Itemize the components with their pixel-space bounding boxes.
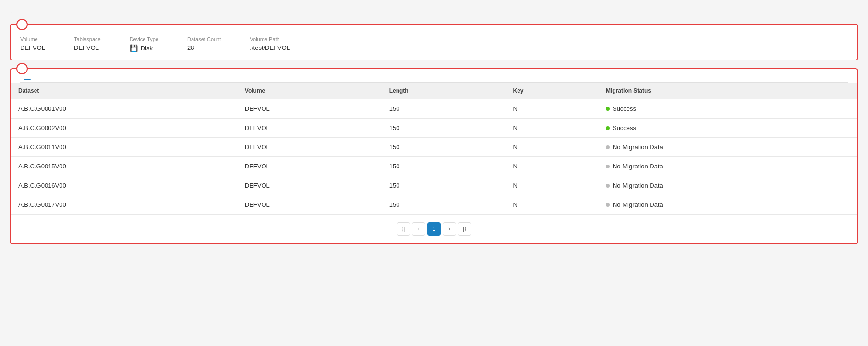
cell-key: N <box>506 119 598 138</box>
table-row: A.B.C.G0002V00DEFVOL150NSuccess <box>11 119 857 138</box>
cell-dataset: A.B.C.G0001V00 <box>11 99 237 119</box>
table-body: A.B.C.G0001V00DEFVOL150NSuccessA.B.C.G00… <box>11 99 857 215</box>
page-header: ← <box>10 8 858 16</box>
table-row: A.B.C.G0016V00DEFVOL150NNo Migration Dat… <box>11 176 857 195</box>
info-item-dataset-count: Dataset Count28 <box>187 36 221 52</box>
info-item-tablespace: TablespaceDEFVOL <box>74 36 101 52</box>
cell-length: 150 <box>382 138 506 157</box>
pagination: ⟨| ‹ 1 › |⟩ <box>11 214 857 243</box>
cell-dataset: A.B.C.G0016V00 <box>11 176 237 195</box>
cell-migration-status: Success <box>598 99 857 119</box>
table-row: A.B.C.G0017V00DEFVOL150NNo Migration Dat… <box>11 195 857 215</box>
info-value: 💾Disk <box>130 44 158 52</box>
info-value: ./test/DEFVOL <box>250 44 290 51</box>
volume-info-fields: VolumeDEFVOLTablespaceDEFVOLDevice Type💾… <box>20 33 848 52</box>
section-number-2 <box>16 63 28 74</box>
status-text: Success <box>613 105 636 112</box>
info-label: Dataset Count <box>187 36 221 42</box>
cell-migration-status: Success <box>598 119 857 138</box>
info-value: DEFVOL <box>74 44 101 51</box>
col-migration-status: Migration Status <box>598 83 857 99</box>
cell-dataset: A.B.C.G0002V00 <box>11 119 237 138</box>
tab-row <box>20 77 848 83</box>
cell-volume: DEFVOL <box>237 195 382 215</box>
cell-dataset: A.B.C.G0015V00 <box>11 157 237 176</box>
pagination-prev[interactable]: ‹ <box>412 222 425 236</box>
info-item-volume-path: Volume Path./test/DEFVOL <box>250 36 290 52</box>
dataset-section: Dataset Volume Length Key Migration Stat… <box>10 68 858 244</box>
table-header-row: Dataset Volume Length Key Migration Stat… <box>11 83 857 99</box>
table-wrapper: Dataset Volume Length Key Migration Stat… <box>11 83 857 214</box>
status-dot-icon <box>606 203 610 207</box>
cell-dataset: A.B.C.G0017V00 <box>11 195 237 215</box>
cell-key: N <box>506 176 598 195</box>
status-dot-icon <box>606 184 610 188</box>
device-type-text: Disk <box>141 45 153 52</box>
info-item-device-type: Device Type💾Disk <box>130 36 158 52</box>
pagination-page-1[interactable]: 1 <box>427 222 441 236</box>
cell-volume: DEFVOL <box>237 157 382 176</box>
info-label: Volume <box>20 36 45 42</box>
info-item-volume: VolumeDEFVOL <box>20 36 45 52</box>
cell-volume: DEFVOL <box>237 119 382 138</box>
pagination-next[interactable]: › <box>443 222 456 236</box>
status-dot-icon <box>606 107 610 111</box>
info-label: Device Type <box>130 36 158 42</box>
col-volume: Volume <box>237 83 382 99</box>
cell-volume: DEFVOL <box>237 138 382 157</box>
dataset-section-header <box>11 69 857 83</box>
cell-key: N <box>506 157 598 176</box>
dataset-count-badge <box>24 79 31 80</box>
status-dot-icon <box>606 165 610 168</box>
cell-key: N <box>506 138 598 157</box>
table-row: A.B.C.G0011V00DEFVOL150NNo Migration Dat… <box>11 138 857 157</box>
status-dot-icon <box>606 126 610 130</box>
page-wrapper: ← VolumeDEFVOLTablespaceDEFVOLDevice Typ… <box>0 0 868 346</box>
table-row: A.B.C.G0015V00DEFVOL150NNo Migration Dat… <box>11 157 857 176</box>
cell-length: 150 <box>382 195 506 215</box>
info-label: Tablespace <box>74 36 101 42</box>
pagination-first[interactable]: ⟨| <box>397 222 410 236</box>
cell-key: N <box>506 99 598 119</box>
table-row: A.B.C.G0001V00DEFVOL150NSuccess <box>11 99 857 119</box>
status-dot-icon <box>606 145 610 149</box>
col-key: Key <box>506 83 598 99</box>
status-text: No Migration Data <box>613 182 663 189</box>
volume-info-section: VolumeDEFVOLTablespaceDEFVOLDevice Type💾… <box>10 24 858 60</box>
status-text: No Migration Data <box>613 201 663 208</box>
section-number-1 <box>16 19 28 30</box>
table-header: Dataset Volume Length Key Migration Stat… <box>11 83 857 99</box>
cell-length: 150 <box>382 119 506 138</box>
cell-migration-status: No Migration Data <box>598 157 857 176</box>
status-text: No Migration Data <box>613 163 663 170</box>
status-text: No Migration Data <box>613 143 663 151</box>
back-arrow-icon: ← <box>10 8 17 16</box>
info-value: DEFVOL <box>20 44 45 51</box>
cell-length: 150 <box>382 157 506 176</box>
cell-volume: DEFVOL <box>237 99 382 119</box>
dataset-table: Dataset Volume Length Key Migration Stat… <box>11 83 857 214</box>
pagination-last[interactable]: |⟩ <box>458 222 471 236</box>
cell-length: 150 <box>382 176 506 195</box>
cell-dataset: A.B.C.G0011V00 <box>11 138 237 157</box>
cell-migration-status: No Migration Data <box>598 195 857 215</box>
info-value: 28 <box>187 44 221 51</box>
status-text: Success <box>613 124 636 131</box>
back-button[interactable]: ← <box>10 8 19 16</box>
cell-volume: DEFVOL <box>237 176 382 195</box>
col-dataset: Dataset <box>11 83 237 99</box>
cell-length: 150 <box>382 99 506 119</box>
info-label: Volume Path <box>250 36 290 42</box>
cell-key: N <box>506 195 598 215</box>
cell-migration-status: No Migration Data <box>598 138 857 157</box>
cell-migration-status: No Migration Data <box>598 176 857 195</box>
disk-icon: 💾 <box>130 44 138 52</box>
col-length: Length <box>382 83 506 99</box>
